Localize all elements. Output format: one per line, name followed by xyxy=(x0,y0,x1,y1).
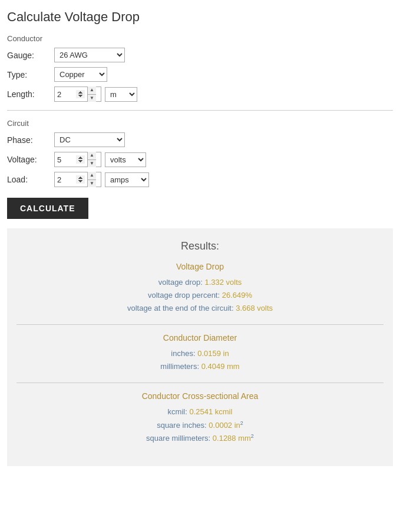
area-sqin-label: square inches: xyxy=(157,421,209,430)
voltage-down-button[interactable]: ▼ xyxy=(88,160,96,168)
type-label: Type: xyxy=(7,70,54,79)
length-up-button[interactable]: ▲ xyxy=(88,87,96,95)
area-sqmm-line: square millimeters: 0.1288 mm2 xyxy=(16,432,384,445)
length-input-wrapper: ▲ ▼ xyxy=(54,87,101,102)
voltage-up-button[interactable]: ▲ xyxy=(88,152,96,160)
voltage-drop-label: voltage drop: xyxy=(158,278,205,287)
voltage-spinners: ▲ ▼ xyxy=(87,152,96,167)
result-divider-2 xyxy=(16,383,384,383)
results-section: Results: Voltage Drop voltage drop: 1.33… xyxy=(7,228,393,466)
conductor-diameter-title: Conductor Diameter xyxy=(16,333,384,343)
diameter-inches-line: inches: 0.0159 in xyxy=(16,347,384,360)
voltage-drop-group-title: Voltage Drop xyxy=(16,262,384,271)
load-spinners: ▲ ▼ xyxy=(87,172,96,187)
phase-row: Phase: DC AC Single-Phase AC Three-Phase xyxy=(7,132,393,147)
voltage-drop-group: Voltage Drop voltage drop: 1.332 volts v… xyxy=(16,262,384,315)
voltage-end-label: voltage at the end of the circuit: xyxy=(127,304,236,312)
diameter-mm-line: millimeters: 0.4049 mm xyxy=(16,360,384,373)
gauge-label: Gauge: xyxy=(7,51,54,60)
conductor-diameter-group: Conductor Diameter inches: 0.0159 in mil… xyxy=(16,333,384,373)
voltage-input[interactable] xyxy=(55,154,87,165)
voltage-row: Voltage: ▲ ▼ volts mV kV xyxy=(7,152,393,167)
voltage-percent-value: 26.649% xyxy=(222,291,252,300)
voltage-drop-line: voltage drop: 1.332 volts xyxy=(16,276,384,289)
area-sqmm-sup: 2 xyxy=(251,433,254,439)
length-row: Length: ▲ ▼ m ft cm in xyxy=(7,87,393,102)
voltage-label: Voltage: xyxy=(7,155,54,164)
area-kcmil-line: kcmil: 0.2541 kcmil xyxy=(16,405,384,418)
area-sqmm-value: 0.1288 mm xyxy=(213,434,251,443)
load-down-button[interactable]: ▼ xyxy=(88,180,96,188)
conductor-area-title: Conductor Cross-sectional Area xyxy=(16,391,384,401)
result-divider-1 xyxy=(16,324,384,325)
voltage-unit-select[interactable]: volts mV kV xyxy=(105,152,146,167)
load-input-wrapper: ▲ ▼ xyxy=(54,172,101,187)
diameter-mm-value: 0.4049 mm xyxy=(201,362,240,371)
area-sqmm-label: square millimeters: xyxy=(146,434,213,443)
area-sqin-line: square inches: 0.0002 in2 xyxy=(16,419,384,432)
diameter-inches-value: 0.0159 in xyxy=(197,349,229,358)
type-row: Type: Copper Aluminum xyxy=(7,67,393,82)
length-down-button[interactable]: ▼ xyxy=(88,95,96,102)
calculate-button[interactable]: CALCULATE xyxy=(7,198,88,219)
voltage-percent-line: voltage drop percent: 26.649% xyxy=(16,289,384,302)
diameter-inches-label: inches: xyxy=(171,349,197,358)
phase-label: Phase: xyxy=(7,135,54,145)
load-input[interactable] xyxy=(55,174,87,185)
voltage-percent-label: voltage drop percent: xyxy=(148,291,222,300)
load-up-button[interactable]: ▲ xyxy=(88,172,96,180)
length-label: Length: xyxy=(7,89,54,99)
area-sqin-sup: 2 xyxy=(240,420,243,426)
area-kcmil-value: 0.2541 kcmil xyxy=(189,407,232,416)
voltage-end-line: voltage at the end of the circuit: 3.668… xyxy=(16,302,384,315)
length-spinners: ▲ ▼ xyxy=(87,87,96,102)
type-select[interactable]: Copper Aluminum xyxy=(54,67,107,82)
page-title: Calculate Voltage Drop xyxy=(7,9,393,25)
gauge-select[interactable]: 26 AWG 24 AWG 22 AWG 20 AWG 18 AWG 16 AW… xyxy=(54,48,125,62)
main-container: Calculate Voltage Drop Conductor Gauge: … xyxy=(0,0,400,476)
conductor-section-label: Conductor xyxy=(7,34,393,43)
length-input[interactable] xyxy=(55,89,87,100)
area-sqin-value: 0.0002 in xyxy=(209,421,240,430)
results-title: Results: xyxy=(16,240,384,252)
circuit-section-label: Circuit xyxy=(7,119,393,128)
load-label: Load: xyxy=(7,175,54,184)
load-unit-select[interactable]: amps mA kA watts kW xyxy=(105,172,149,187)
area-kcmil-label: kcmil: xyxy=(168,407,190,416)
phase-select[interactable]: DC AC Single-Phase AC Three-Phase xyxy=(54,132,125,147)
conductor-area-group: Conductor Cross-sectional Area kcmil: 0.… xyxy=(16,391,384,445)
load-row: Load: ▲ ▼ amps mA kA watts kW xyxy=(7,172,393,187)
diameter-mm-label: millimeters: xyxy=(160,362,201,371)
voltage-drop-value: 1.332 volts xyxy=(204,278,242,287)
voltage-input-wrapper: ▲ ▼ xyxy=(54,152,101,167)
voltage-end-value: 3.668 volts xyxy=(236,304,273,312)
conductor-divider xyxy=(7,110,393,111)
length-unit-select[interactable]: m ft cm in xyxy=(105,87,137,102)
gauge-row: Gauge: 26 AWG 24 AWG 22 AWG 20 AWG 18 AW… xyxy=(7,48,393,62)
